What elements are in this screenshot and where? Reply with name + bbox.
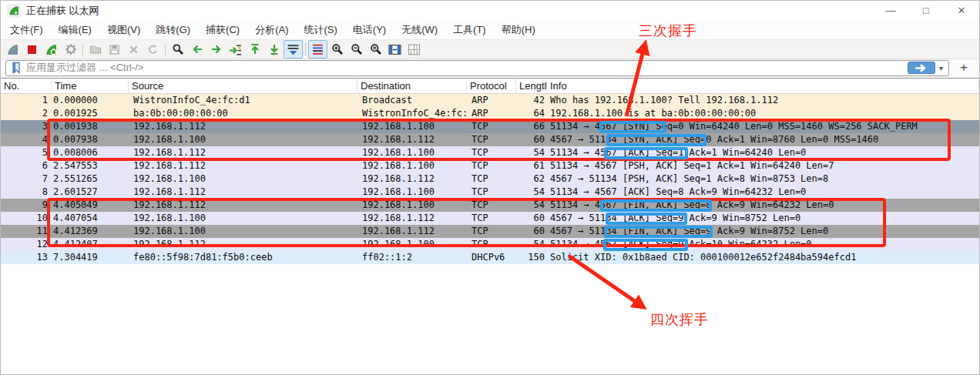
displayed-columns-button[interactable]: 123 — [404, 40, 424, 59]
cell-no: 9 — [1, 199, 52, 212]
packet-row-6[interactable]: 62.547553192.168.1.112192.168.1.100TCP61… — [1, 159, 979, 172]
go-forward-button[interactable] — [206, 40, 226, 59]
cell-length: 54 — [516, 186, 547, 199]
menu-edit[interactable]: 编辑(E) — [51, 20, 99, 39]
wireshark-window: 正在捕获 以太网 — □ ✕ 文件(F)编辑(E)视图(V)跳转(G)捕获(C)… — [0, 0, 980, 375]
cell-protocol: TCP — [467, 199, 516, 212]
folder-icon — [89, 43, 102, 55]
go-back-button[interactable] — [187, 40, 206, 59]
find-packet-button[interactable] — [168, 40, 187, 59]
open-file-button[interactable] — [86, 40, 105, 59]
colorize-icon — [311, 43, 324, 56]
auto-scroll-button[interactable] — [284, 40, 303, 59]
cell-source: 192.168.1.112 — [129, 159, 357, 172]
menu-help[interactable]: 帮助(H) — [494, 20, 543, 39]
cell-info: 4567 → 51134 [SYN, ACK] Seq=0 Ack=1 Win=… — [547, 133, 979, 146]
zoom-in-button[interactable] — [327, 40, 347, 59]
cell-protocol: TCP — [467, 212, 516, 225]
maximize-button[interactable]: □ — [908, 1, 944, 20]
capture-options-button[interactable] — [61, 40, 80, 59]
display-filter-input[interactable]: 应用显示过滤器 ... <Ctrl-/> ▾ — [5, 60, 949, 76]
cell-no: 8 — [1, 186, 52, 199]
restart-capture-button[interactable] — [42, 40, 61, 59]
cell-info: 51134 → 4567 [FIN, ACK] Seq=8 Ack=9 Win=… — [547, 199, 979, 212]
menu-file[interactable]: 文件(F) — [2, 20, 51, 39]
menu-telephony[interactable]: 电话(Y) — [345, 20, 394, 39]
cell-length: 54 — [516, 238, 547, 251]
packet-row-13[interactable]: 137.304419fe80::5f98:7d81:f5b0:ceebff02:… — [1, 251, 979, 264]
packet-row-10[interactable]: 104.407054192.168.1.100192.168.1.112TCP6… — [1, 212, 979, 225]
packet-row-11[interactable]: 114.412369192.168.1.100192.168.1.112TCP6… — [1, 225, 979, 238]
find-icon — [172, 43, 184, 55]
go-first-packet-button[interactable] — [245, 40, 264, 59]
column-header-time[interactable]: Time — [52, 79, 129, 93]
column-header-source[interactable]: Source — [129, 79, 357, 93]
go-to-packet-button[interactable] — [226, 40, 245, 59]
packet-row-12[interactable]: 124.412407192.168.1.112192.168.1.100TCP5… — [1, 238, 979, 251]
cell-source: 192.168.1.100 — [129, 133, 357, 146]
window-controls: — □ ✕ — [873, 1, 979, 20]
filter-dropdown-caret-icon[interactable]: ▾ — [935, 64, 946, 72]
packet-row-4[interactable]: 40.007938192.168.1.100192.168.1.112TCP60… — [1, 133, 979, 146]
menu-tools[interactable]: 工具(T) — [445, 20, 494, 39]
column-header-info[interactable]: Info — [547, 79, 979, 93]
minimize-button[interactable]: — — [873, 1, 908, 20]
colorize-button[interactable] — [308, 40, 327, 59]
packet-row-2[interactable]: 20.001925ba:0b:00:00:00:00WistronInfoC_4… — [1, 107, 979, 120]
packet-row-3[interactable]: 30.001938192.168.1.112192.168.1.100TCP66… — [1, 120, 979, 133]
zoom-reset-button[interactable] — [366, 40, 385, 59]
cell-info: 4567 → 51134 [PSH, ACK] Seq=1 Ack=8 Win=… — [547, 172, 979, 186]
packet-row-7[interactable]: 72.551265192.168.1.100192.168.1.112TCP62… — [1, 172, 979, 186]
zoom-out-button[interactable] — [347, 40, 366, 59]
column-header-lengtl[interactable]: Lengtl — [516, 79, 547, 93]
apply-filter-button[interactable] — [908, 62, 935, 74]
cell-source: 192.168.1.100 — [129, 225, 357, 238]
cell-source: 192.168.1.112 — [129, 146, 357, 159]
start-capture-button[interactable] — [3, 40, 22, 59]
close-button[interactable]: ✕ — [944, 1, 979, 20]
stop-capture-button[interactable] — [22, 40, 42, 59]
column-header-no[interactable]: No. — [1, 79, 52, 93]
cell-length: 150 — [516, 251, 547, 264]
cell-time: 4.412369 — [52, 225, 129, 238]
menu-analyze[interactable]: 分析(A) — [247, 20, 296, 39]
filter-bar: 应用显示过滤器 ... <Ctrl-/> ▾ + — [1, 59, 979, 78]
cell-destination: 192.168.1.112 — [357, 133, 467, 146]
go-last-packet-button[interactable] — [264, 40, 284, 59]
cell-no: 6 — [1, 159, 52, 172]
menu-wireless[interactable]: 无线(W) — [394, 20, 445, 39]
cell-protocol: ARP — [467, 94, 516, 107]
cell-info: 51134 → 4567 [ACK] Seq=8 Ack=9 Win=64232… — [547, 186, 979, 199]
menu-statistics[interactable]: 统计(S) — [296, 20, 344, 39]
column-header-destination[interactable]: Destination — [357, 79, 467, 93]
save-file-button[interactable] — [105, 40, 124, 59]
close-file-button[interactable] — [124, 40, 143, 59]
resize-columns-button[interactable] — [385, 40, 404, 59]
cell-no: 12 — [1, 238, 52, 251]
packet-row-1[interactable]: 10.000000WistronInfoC_4e:fc:d1BroadcastA… — [1, 94, 979, 107]
cell-no: 11 — [1, 225, 52, 238]
cell-info: Solicit XID: 0x1b8aed CID: 000100012e652… — [547, 251, 979, 264]
cell-destination: 192.168.1.100 — [357, 186, 467, 199]
add-filter-button[interactable]: + — [955, 60, 973, 76]
resize-columns-icon — [388, 43, 401, 56]
menu-capture[interactable]: 捕获(C) — [198, 20, 247, 39]
cell-length: 54 — [516, 199, 547, 212]
menu-view[interactable]: 视图(V) — [99, 20, 148, 39]
cell-time: 0.001925 — [52, 107, 129, 120]
cell-destination: ff02::1:2 — [357, 251, 467, 264]
column-header-protocol[interactable]: Protocol — [467, 79, 516, 93]
arrow-left-icon — [191, 43, 203, 55]
cell-no: 2 — [1, 107, 52, 120]
packet-row-8[interactable]: 82.601527192.168.1.112192.168.1.100TCP54… — [1, 186, 979, 199]
cell-source: 192.168.1.100 — [129, 212, 357, 225]
filter-bookmark-icon[interactable] — [10, 62, 22, 74]
packet-row-5[interactable]: 50.008006192.168.1.112192.168.1.100TCP54… — [1, 146, 979, 159]
cell-time: 2.551265 — [52, 172, 129, 186]
cell-info: 4567 → 51134 [FIN, ACK] Seq=9 Ack=9 Win=… — [547, 225, 979, 238]
cell-destination: 192.168.1.100 — [357, 159, 467, 172]
cell-info: Who has 192.168.1.100? Tell 192.168.1.11… — [547, 94, 979, 107]
packet-row-9[interactable]: 94.405049192.168.1.112192.168.1.100TCP54… — [1, 199, 979, 212]
menu-go[interactable]: 跳转(G) — [148, 20, 198, 39]
reload-file-button[interactable] — [143, 40, 163, 59]
